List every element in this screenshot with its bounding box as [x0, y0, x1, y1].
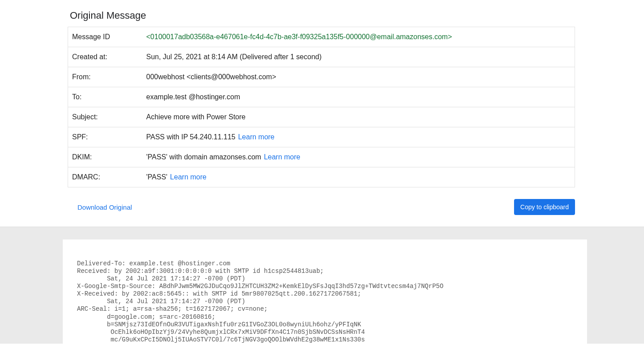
raw-message-text: Delivered-To: example.test @hostinger.co… — [77, 260, 573, 344]
learn-more-dmarc[interactable]: Learn more — [170, 173, 207, 181]
page-title: Original Message — [70, 10, 575, 21]
label-from: From: — [68, 67, 142, 87]
value-dkim: 'PASS' with domain amazonses.comLearn mo… — [142, 147, 575, 167]
value-message-id: <0100017adb03568a-e467061e-fc4d-4c7b-ae3… — [142, 27, 575, 47]
row-dkim: DKIM: 'PASS' with domain amazonses.comLe… — [68, 147, 575, 167]
download-original-link[interactable]: Download Original — [77, 203, 132, 211]
row-created-at: Created at: Sun, Jul 25, 2021 at 8:14 AM… — [68, 47, 575, 67]
row-to: To: example.test @hostinger.com — [68, 87, 575, 107]
row-spf: SPF: PASS with IP 54.240.11.115Learn mor… — [68, 127, 575, 147]
label-subject: Subject: — [68, 107, 142, 127]
copy-to-clipboard-button[interactable]: Copy to clipboard — [514, 199, 575, 215]
label-message-id: Message ID — [68, 27, 142, 47]
value-created-at: Sun, Jul 25, 2021 at 8:14 AM (Delivered … — [142, 47, 575, 67]
learn-more-dkim[interactable]: Learn more — [264, 153, 300, 161]
value-spf: PASS with IP 54.240.11.115Learn more — [142, 127, 575, 147]
value-subject: Achieve more with Power Store — [142, 107, 575, 127]
label-created-at: Created at: — [68, 47, 142, 67]
value-from: 000webhost <clients@000webhost.com> — [142, 67, 575, 87]
raw-message-section: Delivered-To: example.test @hostinger.co… — [0, 227, 644, 344]
row-from: From: 000webhost <clients@000webhost.com… — [68, 67, 575, 87]
message-headers-table: Message ID <0100017adb03568a-e467061e-fc… — [68, 27, 575, 187]
label-spf: SPF: — [68, 127, 142, 147]
row-dmarc: DMARC: 'PASS'Learn more — [68, 167, 575, 187]
value-dmarc: 'PASS'Learn more — [142, 167, 575, 187]
label-to: To: — [68, 87, 142, 107]
row-subject: Subject: Achieve more with Power Store — [68, 107, 575, 127]
raw-message-card: Delivered-To: example.test @hostinger.co… — [63, 239, 587, 344]
learn-more-spf[interactable]: Learn more — [238, 133, 275, 141]
value-to: example.test @hostinger.com — [142, 87, 575, 107]
actions-row: Download Original Copy to clipboard — [68, 187, 575, 227]
label-dmarc: DMARC: — [68, 167, 142, 187]
row-message-id: Message ID <0100017adb03568a-e467061e-fc… — [68, 27, 575, 47]
label-dkim: DKIM: — [68, 147, 142, 167]
